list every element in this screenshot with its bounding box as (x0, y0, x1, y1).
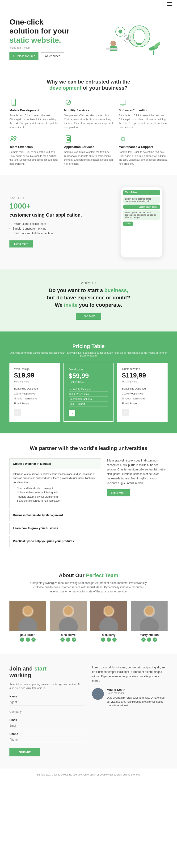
member-name: nina scavo (50, 633, 87, 637)
pricing-period: Hosting Here (122, 380, 163, 383)
member-photo (50, 601, 87, 631)
testimonial-role: Sales Manager (107, 691, 168, 694)
svg-point-16 (66, 100, 70, 105)
join-desc: Amet tellus cras adipiscing enim eu turp… (9, 682, 85, 690)
chat-bubble-3: Lorem ipsum dolor sit amet, consectetur … (123, 210, 160, 220)
coop-read-more-button[interactable]: Read More (76, 313, 101, 320)
about-list: Powerful and flexible themSimple, transp… (9, 221, 113, 236)
member-name: marry hudson (131, 633, 168, 637)
software-icon (119, 98, 127, 106)
join-title: Join and start working (9, 665, 85, 679)
uni-right-text: Etiam erat velit scelerisque in dictum n… (107, 458, 168, 486)
pricing-card: Development $59,99 Hosting Here Beautifu… (63, 363, 114, 422)
pricing-feature: 100% Responsive (14, 391, 55, 396)
member-social: f t in (131, 638, 168, 642)
about-count: 1000+ (9, 202, 113, 211)
instagram-icon[interactable]: in (112, 638, 117, 642)
feature-text: Sample text. Click to select the text bo… (119, 114, 168, 129)
about-read-more-button[interactable]: Read More (9, 240, 33, 247)
member-photo (9, 601, 46, 631)
accordion-item: Business Sustainability Management + (9, 510, 101, 521)
pricing-feature: Email Support (122, 401, 163, 406)
facebook-icon[interactable]: f (60, 638, 65, 642)
twitter-icon[interactable]: t (66, 638, 70, 642)
chat-send-button[interactable]: Send (123, 221, 133, 226)
about-label: About Us (9, 197, 113, 200)
pricing-select-button[interactable]: → (14, 409, 21, 416)
pricing-feature: Smooth Interactions (14, 396, 55, 401)
feature-item: Mobile Development Sample text. Click to… (9, 98, 58, 129)
watch-video-button[interactable]: Watch Video (41, 52, 64, 60)
accordion-body: Interdum velit ouismod in pellentesque m… (10, 469, 101, 508)
phone-chat: Your Friend Lorem ipsum dolor sit amet c… (123, 190, 160, 226)
hamburger-menu[interactable] (167, 2, 172, 6)
svg-rect-2 (137, 43, 142, 44)
testimonial-name: Mikkel Smith (107, 688, 168, 691)
universities-title: We partner with the world's leading univ… (9, 445, 168, 451)
accordion-header[interactable]: Practical tips to help you price your pr… (10, 536, 101, 547)
svg-point-7 (126, 37, 129, 40)
facebook-icon[interactable]: f (141, 638, 146, 642)
pricing-feature: Beautifully Designed (69, 387, 109, 392)
member-social: f t in (90, 638, 127, 642)
email-label: Email (9, 718, 85, 722)
submit-button[interactable]: SUBMIT (9, 748, 40, 756)
testimonial-content: Mikkel Smith Sales Manager Quis viverra … (107, 688, 168, 708)
svg-rect-17 (120, 100, 126, 104)
twitter-icon[interactable]: t (147, 638, 151, 642)
feature-title: Team Extension (9, 145, 58, 149)
svg-point-21 (14, 136, 16, 139)
pricing-select-button[interactable]: → (69, 410, 75, 416)
pricing-select-button[interactable]: → (122, 409, 129, 416)
feature-title: Mobility Services (64, 108, 113, 112)
member-photo (131, 601, 168, 631)
team-section: About Our Perfect Team Completely synerg… (0, 561, 177, 654)
name-input[interactable] (9, 699, 85, 706)
pricing-type: Web Design (14, 367, 55, 371)
about-list-item: Build tools and full documention (9, 231, 113, 236)
company-input[interactable] (9, 709, 85, 715)
pricing-feature: 100% Responsive (69, 392, 109, 397)
features-grid: Mobile Development Sample text. Click to… (9, 98, 168, 166)
join-right: Lorem ipsum dolor sit amet, consectetur … (92, 665, 168, 756)
phone-input[interactable] (9, 737, 85, 743)
feature-item: Team Extension Sample text. Click to sel… (9, 135, 58, 166)
about-section: About Us 1000+ customer using Our applic… (0, 175, 177, 270)
facebook-icon[interactable]: f (20, 638, 24, 642)
accordion-toggle-icon: + (95, 526, 97, 531)
accordion-item: Practical tips to help you price your pr… (9, 536, 101, 547)
accordion-title: Learn how to grow your business (13, 527, 58, 530)
instagram-icon[interactable]: in (72, 638, 76, 642)
accordion-title: Practical tips to help you price your pr… (13, 539, 74, 543)
upload-icon: ↑ (13, 55, 14, 58)
hero-buttons: ↑ Upload for Free Watch Video (9, 52, 69, 60)
pricing-feature: 100% Responsive (122, 391, 163, 396)
instagram-icon[interactable]: in (31, 638, 36, 642)
facebook-icon[interactable]: f (101, 638, 105, 642)
feature-title: Application Services (64, 145, 113, 149)
pricing-type: Customization (122, 367, 163, 371)
accordion-header[interactable]: Learn how to grow your business + (10, 523, 101, 534)
feature-item: Application Services Sample text. Click … (64, 135, 113, 166)
hero-illustration-area (101, 18, 168, 60)
accordion-toggle-icon: + (95, 539, 97, 544)
name-label: Name (9, 695, 85, 698)
pricing-feature: Email Support (14, 401, 55, 406)
testimonial-text: Quis viverra nibh cras pulvinar mattis. … (107, 696, 168, 708)
app-icon (64, 135, 72, 143)
accordion-header[interactable]: Create a Webinar in Minutes − (10, 459, 101, 469)
twitter-icon[interactable]: t (107, 638, 111, 642)
svg-rect-23 (67, 137, 69, 140)
accordion-header[interactable]: Business Sustainability Management + (10, 510, 101, 521)
upload-button[interactable]: ↑ Upload for Free (9, 52, 38, 60)
twitter-icon[interactable]: t (26, 638, 30, 642)
member-social: f t in (9, 638, 46, 642)
pricing-card: Customization $119,99 Hosting Here Beaut… (117, 363, 168, 422)
email-input[interactable] (9, 723, 85, 729)
chat-bubble-2: Lorem ipsum dolor... (123, 205, 160, 209)
pricing-feature: Email Support (69, 402, 109, 406)
uni-read-more-button[interactable]: Read More (107, 489, 130, 496)
testimonial: Mikkel Smith Sales Manager Quis viverra … (92, 688, 168, 708)
navigation (0, 0, 177, 8)
instagram-icon[interactable]: in (153, 638, 157, 642)
